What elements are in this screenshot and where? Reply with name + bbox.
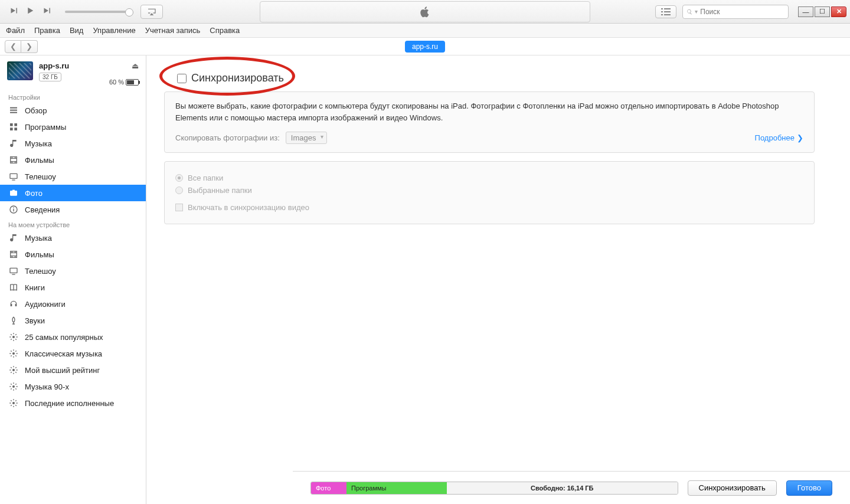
- sidebar-item-label: Последние исполненные: [25, 399, 114, 408]
- sidebar-item-музыка[interactable]: Музыка: [0, 135, 146, 152]
- volume-slider[interactable]: [65, 11, 130, 13]
- sidebar-item-звуки[interactable]: Звуки: [0, 312, 146, 329]
- sidebar-item-фото[interactable]: Фото: [0, 185, 146, 201]
- svg-rect-7: [10, 174, 17, 178]
- device-capacity-badge: 32 ГБ: [39, 73, 61, 81]
- tv-icon: [8, 266, 19, 276]
- menu-help[interactable]: Справка: [210, 26, 240, 35]
- sync-options-panel: Все папки Выбранные папки Включать в син…: [164, 161, 815, 224]
- svg-rect-4: [14, 123, 17, 126]
- sidebar-item-label: Книги: [25, 283, 45, 292]
- sidebar-item-label: Телешоу: [25, 267, 56, 276]
- sync-button[interactable]: Синхронизировать: [688, 480, 777, 496]
- airplay-button[interactable]: [140, 5, 163, 19]
- sidebar-item-программы[interactable]: Программы: [0, 119, 146, 135]
- battery-icon: [126, 79, 139, 86]
- svg-rect-6: [14, 127, 17, 130]
- eject-button[interactable]: ⏏: [109, 61, 139, 70]
- prev-track-button[interactable]: [8, 5, 19, 18]
- search-field[interactable]: ▾: [682, 5, 789, 19]
- svg-rect-2: [10, 112, 17, 113]
- sidebar-item-музыка-90-х[interactable]: Музыка 90-х: [0, 378, 146, 395]
- svg-rect-10: [12, 190, 15, 191]
- sidebar-item-классическая-музыка[interactable]: Классическая музыка: [0, 345, 146, 362]
- svg-point-9: [12, 192, 15, 194]
- sidebar-item-label: Программы: [25, 123, 66, 132]
- sidebar-item-label: Аудиокниги: [25, 300, 66, 309]
- menu-account[interactable]: Учетная запись: [145, 26, 201, 35]
- storage-seg-apps: Программы: [346, 482, 447, 494]
- sidebar: app-s.ru 32 ГБ ⏏ 60 % Настройки ОбзорПро…: [0, 55, 146, 504]
- menu-controls[interactable]: Управление: [93, 26, 135, 35]
- nav-back-button[interactable]: ❮: [5, 40, 21, 53]
- menu-view[interactable]: Вид: [70, 26, 84, 35]
- summary-icon: [8, 105, 19, 116]
- sidebar-item-label: Обзор: [25, 106, 47, 115]
- radio-selected-folders-label: Выбранные папки: [188, 186, 252, 195]
- sync-description-panel: Вы можете выбрать, какие фотографии с ко…: [164, 91, 815, 153]
- svg-point-15: [12, 336, 15, 338]
- storage-seg-free: Свободно: 16,14 ГБ: [447, 482, 678, 494]
- sidebar-heading-settings: Настройки: [0, 90, 146, 102]
- sidebar-item-фильмы[interactable]: Фильмы: [0, 246, 146, 263]
- battery-status: 60 %: [109, 78, 139, 86]
- sidebar-item-мой-высший-рейтинг[interactable]: Мой высший рейтинг: [0, 362, 146, 378]
- movies-icon: [8, 155, 19, 165]
- device-thumbnail: [7, 61, 33, 80]
- sidebar-item-телешоу[interactable]: Телешоу: [0, 168, 146, 185]
- sidebar-item-сведения[interactable]: Сведения: [0, 201, 146, 218]
- checkbox-include-video-label: Включать в синхронизацию видео: [188, 203, 309, 212]
- sidebar-item-label: Музыка 90-х: [25, 382, 69, 391]
- sync-description-text: Вы можете выбрать, какие фотографии с ко…: [175, 100, 803, 123]
- sidebar-item-фильмы[interactable]: Фильмы: [0, 152, 146, 168]
- sidebar-item-последние-исполненные[interactable]: Последние исполненные: [0, 395, 146, 411]
- device-name: app-s.ru: [39, 61, 69, 70]
- list-view-button[interactable]: [655, 5, 676, 18]
- play-button[interactable]: [25, 5, 35, 18]
- window-minimize-button[interactable]: —: [798, 6, 813, 17]
- search-icon: [686, 8, 692, 15]
- svg-point-18: [12, 385, 15, 388]
- svg-rect-1: [10, 110, 17, 111]
- sidebar-item-аудиокниги[interactable]: Аудиокниги: [0, 296, 146, 312]
- gear-icon: [8, 348, 19, 359]
- search-input[interactable]: [700, 8, 784, 16]
- device-tab[interactable]: app-s.ru: [405, 41, 445, 53]
- nav-forward-button[interactable]: ❯: [21, 40, 38, 53]
- radio-selected-folders: [175, 186, 183, 194]
- svg-rect-14: [10, 268, 17, 273]
- svg-rect-12: [13, 209, 14, 212]
- movies-icon: [8, 249, 19, 260]
- copy-from-label: Скопировать фотографии из:: [175, 133, 280, 142]
- sidebar-item-label: Телешоу: [25, 172, 56, 181]
- sidebar-item-label: Сведения: [25, 205, 60, 214]
- svg-rect-13: [13, 207, 14, 208]
- next-track-button[interactable]: [41, 5, 52, 18]
- window-close-button[interactable]: ✕: [831, 6, 846, 17]
- storage-bar: Фото Программы Свободно: 16,14 ГБ: [310, 482, 678, 495]
- footer-bar: Фото Программы Свободно: 16,14 ГБ Синхро…: [293, 471, 850, 504]
- sidebar-item-25-самых-популярных[interactable]: 25 самых популярных: [0, 329, 146, 345]
- gear-icon: [8, 398, 19, 408]
- more-info-link[interactable]: Подробнее❯: [755, 133, 803, 142]
- sync-checkbox[interactable]: [177, 74, 187, 83]
- sidebar-item-телешоу[interactable]: Телешоу: [0, 263, 146, 279]
- window-maximize-button[interactable]: ☐: [815, 6, 830, 17]
- tones-icon: [8, 315, 19, 326]
- sidebar-item-книги[interactable]: Книги: [0, 279, 146, 296]
- menu-file[interactable]: Файл: [6, 26, 25, 35]
- radio-all-folders: [175, 174, 183, 182]
- device-navbar: ❮ ❯ app-s.ru: [0, 38, 850, 55]
- sidebar-item-обзор[interactable]: Обзор: [0, 102, 146, 119]
- tv-icon: [8, 171, 19, 182]
- books-icon: [8, 282, 19, 293]
- gear-icon: [8, 332, 19, 342]
- storage-seg-photos: Фото: [311, 482, 346, 494]
- sync-label: Синхронизировать: [191, 72, 284, 84]
- menu-edit[interactable]: Правка: [34, 26, 60, 35]
- app-menubar: Файл Правка Вид Управление Учетная запис…: [0, 24, 850, 38]
- done-button[interactable]: Готово: [786, 480, 832, 496]
- sidebar-item-музыка[interactable]: Музыка: [0, 230, 146, 246]
- svg-rect-3: [10, 123, 13, 126]
- checkbox-include-video: [175, 204, 183, 211]
